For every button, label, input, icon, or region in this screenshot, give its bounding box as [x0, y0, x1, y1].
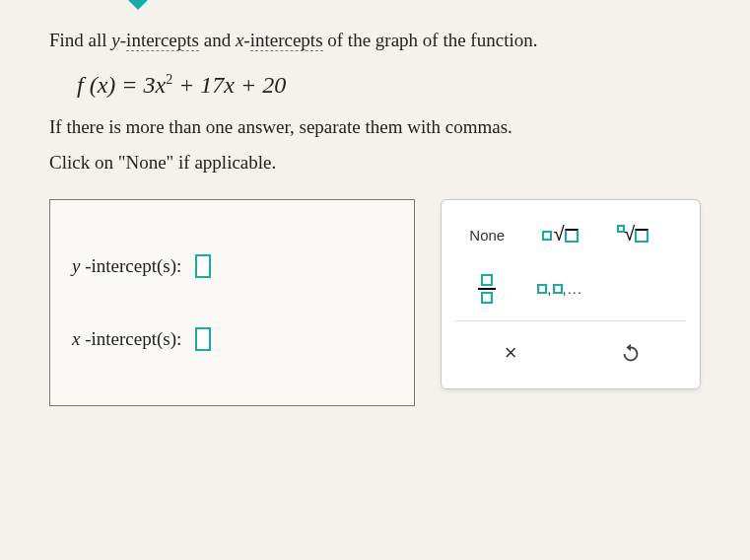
- keypad-fraction-button[interactable]: [455, 267, 518, 311]
- placeholder-box-icon: [481, 292, 493, 304]
- math-keypad: None √ √: [441, 199, 701, 389]
- intercepts-link-2[interactable]: intercepts: [250, 30, 323, 51]
- x-intercept-input[interactable]: [195, 327, 211, 351]
- placeholder-box-icon: [553, 284, 563, 294]
- placeholder-box-icon: [481, 274, 493, 286]
- intercepts-link-1[interactable]: intercepts: [126, 30, 199, 51]
- radical-icon: √: [554, 223, 565, 245]
- fraction-bar-icon: [478, 288, 496, 290]
- function-equation: f (x) = 3x2 + 17x + 20: [77, 72, 701, 99]
- placeholder-box-icon: [635, 229, 648, 243]
- keypad-nth-root-button[interactable]: √: [601, 214, 664, 257]
- keypad-list-button[interactable]: ,,...: [528, 267, 591, 311]
- x-intercept-label: x -intercept(s):: [72, 328, 181, 350]
- placeholder-box-icon: [565, 229, 579, 243]
- reset-icon: [620, 342, 642, 364]
- y-intercept-input[interactable]: [195, 254, 211, 278]
- placeholder-box-icon: [537, 284, 547, 294]
- keypad-none-button[interactable]: None: [455, 214, 518, 257]
- placeholder-box-icon: [542, 231, 552, 241]
- keypad-clear-button[interactable]: ×: [455, 331, 566, 375]
- instruction-none: Click on "None" if applicable.: [49, 152, 701, 174]
- instruction-commas: If there is more than one answer, separa…: [49, 116, 701, 138]
- question-prompt: Find all y-intercepts and x-intercepts o…: [49, 28, 701, 54]
- y-intercept-row: y -intercept(s):: [72, 254, 392, 278]
- dropdown-chevron-icon: [128, 0, 148, 10]
- radical-icon: √: [624, 223, 635, 245]
- y-intercept-label: y -intercept(s):: [72, 255, 181, 277]
- x-intercept-row: x -intercept(s):: [72, 327, 392, 351]
- answer-box: y -intercept(s): x -intercept(s):: [49, 199, 415, 406]
- keypad-sqrt-button[interactable]: √: [528, 214, 591, 257]
- cross-icon: ×: [505, 340, 517, 366]
- keypad-reset-button[interactable]: [576, 331, 686, 375]
